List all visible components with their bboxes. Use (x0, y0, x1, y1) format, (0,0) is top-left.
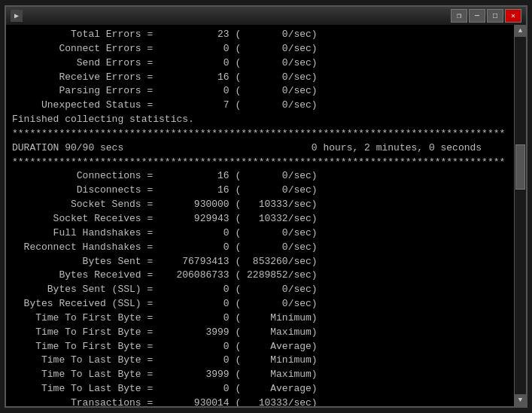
stat-row: Time To Last Byte = 0 ( Average) (12, 382, 508, 396)
titlebar: ▶ ❐ ─ □ ✕ (6, 7, 526, 25)
minimize-button[interactable]: ─ (469, 9, 485, 23)
terminal-line: Finished collecting statistics. (12, 113, 508, 127)
stat-row: Reconnect Handshakes = 0 ( 0/sec) (12, 241, 508, 255)
content-area: Total Errors = 23 ( 0/sec) Connect Error… (6, 25, 526, 406)
stat-row: Time To First Byte = 0 ( Minimum) (12, 311, 508, 326)
terminal-output[interactable]: Total Errors = 23 ( 0/sec) Connect Error… (6, 25, 514, 406)
terminal-line: ****************************************… (12, 127, 508, 141)
cmd-window: ▶ ❐ ─ □ ✕ Total Errors = 23 ( 0/sec) Con… (5, 5, 527, 408)
stat-row: Time To Last Byte = 3999 ( Maximum) (12, 368, 508, 382)
stat-row: Connections = 16 ( 0/sec) (12, 169, 508, 184)
stat-row: Connect Errors = 0 ( 0/sec) (12, 42, 508, 56)
stat-row: Bytes Sent = 76793413 ( 853260/sec) (12, 255, 508, 269)
scroll-up-button[interactable]: ▲ (515, 25, 526, 37)
stat-row: Disconnects = 16 ( 0/sec) (12, 184, 508, 198)
stat-row: Send Errors = 0 ( 0/sec) (12, 56, 508, 71)
stat-row: Parsing Errors = 0 ( 0/sec) (12, 84, 508, 99)
stat-row: Bytes Received = 206086733 ( 2289852/sec… (12, 269, 508, 283)
stat-row: Bytes Sent (SSL) = 0 ( 0/sec) (12, 283, 508, 297)
stat-row: Socket Sends = 930000 ( 10333/sec) (12, 198, 508, 212)
stat-row: Full Handshakes = 0 ( 0/sec) (12, 226, 508, 241)
close-button[interactable]: ✕ (505, 9, 521, 23)
duration-line: DURATION 90/90 secs 0 hours, 2 minutes, … (12, 141, 508, 156)
scrollbar[interactable]: ▲ ▼ (514, 25, 526, 406)
stat-row: Unexpected Status = 7 ( 0/sec) (12, 99, 508, 113)
terminal-line: ****************************************… (12, 156, 508, 170)
stat-row: Transactions = 930014 ( 10333/sec) (12, 396, 508, 406)
stat-row: Time To Last Byte = 0 ( Minimum) (12, 354, 508, 368)
maximize-button[interactable]: □ (487, 9, 503, 23)
stat-row: Socket Receives = 929943 ( 10332/sec) (12, 212, 508, 226)
stat-row: Time To First Byte = 0 ( Average) (12, 340, 508, 354)
restore-button[interactable]: ❐ (451, 9, 467, 23)
stat-row: Total Errors = 23 ( 0/sec) (12, 28, 508, 42)
scroll-track[interactable] (515, 37, 526, 394)
stat-row: Bytes Received (SSL) = 0 ( 0/sec) (12, 297, 508, 311)
stat-row: Time To First Byte = 3999 ( Maximum) (12, 326, 508, 340)
scroll-down-button[interactable]: ▼ (515, 394, 526, 406)
stat-row: Receive Errors = 16 ( 0/sec) (12, 71, 508, 85)
scroll-thumb[interactable] (515, 144, 525, 190)
window-icon: ▶ (11, 10, 23, 22)
window-controls: ❐ ─ □ ✕ (451, 9, 521, 23)
